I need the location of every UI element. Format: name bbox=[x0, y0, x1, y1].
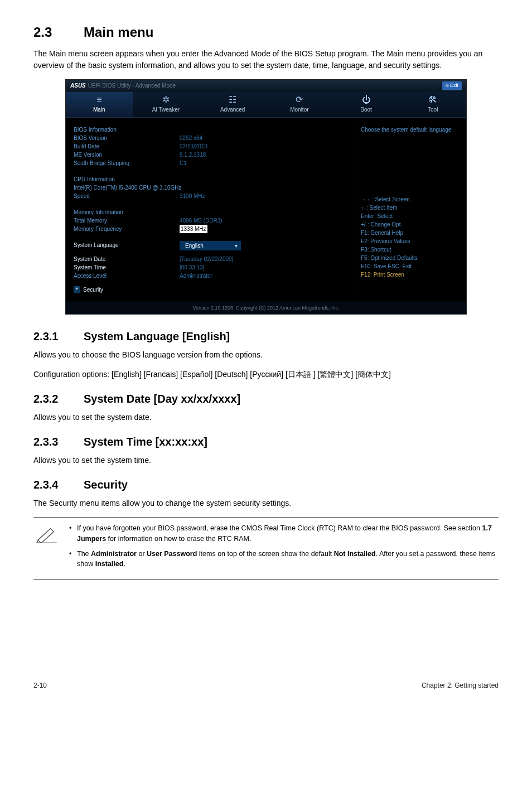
bios-title: UEFI BIOS Utility - Advanced Mode bbox=[88, 81, 176, 90]
sub-num: 2.3.4 bbox=[33, 476, 84, 493]
info-value: 02/13/2013 bbox=[180, 142, 207, 151]
paragraph: Configuration options: [English] [Franca… bbox=[33, 369, 499, 380]
note-item: The Administrator or User Password items… bbox=[69, 549, 499, 570]
section-title: Main menu bbox=[84, 25, 153, 40]
note-block: If you have forgotten your BIOS password… bbox=[33, 517, 499, 580]
memory-info-block: Memory Information Total Memory4096 MB (… bbox=[74, 208, 347, 233]
hotkey: Enter: Select bbox=[361, 212, 461, 220]
info-row: Speed3100 MHz bbox=[74, 192, 347, 200]
cpu-info-block: CPU Information Intel(R) Core(TM) i5-240… bbox=[74, 175, 347, 200]
bios-left-panel: BIOS Information BIOS Version0252 x64 Bu… bbox=[66, 118, 355, 302]
sub-title: System Language [English] bbox=[84, 330, 230, 342]
bios-window: ASUS UEFI BIOS Utility - Advanced Mode ⎋… bbox=[65, 79, 467, 315]
advanced-icon: ☷ bbox=[229, 95, 236, 104]
paragraph: Allows you to set the system time. bbox=[33, 455, 499, 466]
boot-icon: ⏻ bbox=[362, 95, 371, 104]
info-label: BIOS Version bbox=[74, 134, 180, 142]
cpu-model: Intel(R) Core(TM) i5-2400 CPU @ 3.10GHz bbox=[74, 183, 347, 192]
subheading-232: 2.3.2System Date [Day xx/xx/xxxx] bbox=[33, 390, 499, 407]
info-row: BIOS Version0252 x64 bbox=[74, 134, 347, 142]
hotkey-list: →←: Select Screen ↑↓: Select Item Enter:… bbox=[361, 195, 461, 279]
note-bold: Not Installed bbox=[334, 550, 376, 558]
note-text: for information on how to erase the RTC … bbox=[106, 535, 251, 543]
hotkey: +/-: Change Opt. bbox=[361, 220, 461, 229]
note-text: . bbox=[123, 560, 125, 568]
note-bold: User Password bbox=[147, 550, 197, 558]
pencil-icon bbox=[33, 523, 59, 547]
monitor-icon: ⟳ bbox=[296, 95, 303, 104]
hotkey: F2: Previous Values bbox=[361, 237, 461, 245]
tab-tool[interactable]: 🛠 Tool bbox=[399, 92, 466, 117]
hotkey: ↑↓: Select Item bbox=[361, 204, 461, 212]
tab-boot[interactable]: ⏻ Boot bbox=[333, 92, 400, 117]
sub-num: 2.3.3 bbox=[33, 433, 84, 450]
note-bold: Installed bbox=[95, 560, 124, 568]
option-description: Choose the system default language bbox=[361, 125, 461, 134]
info-row: South Bridge SteppingC1 bbox=[74, 159, 347, 167]
access-level-row: Access LevelAdministrator bbox=[74, 272, 347, 280]
tab-monitor[interactable]: ⟳ Monitor bbox=[266, 92, 333, 117]
tab-label: Monitor bbox=[290, 105, 308, 114]
hotkey: F3: Shortcut bbox=[361, 245, 461, 254]
bios-titlebar: ASUS UEFI BIOS Utility - Advanced Mode ⎋… bbox=[66, 80, 466, 92]
tab-ai-tweaker[interactable]: ✲ Ai Tweaker bbox=[133, 92, 200, 117]
block-header: CPU Information bbox=[74, 175, 347, 183]
syslang-label: System Language bbox=[74, 241, 180, 250]
hotkey: →←: Select Screen bbox=[361, 195, 461, 204]
bios-right-panel: Choose the system default language →←: S… bbox=[355, 118, 466, 302]
sysdate-value: [Tuesday 02/22/2009] bbox=[180, 255, 233, 263]
sub-title: System Time [xx:xx:xx] bbox=[84, 436, 207, 448]
plus-icon: + bbox=[74, 286, 80, 293]
paragraph: Allows you to set the system date. bbox=[33, 412, 499, 423]
page-footer: 2-10 Chapter 2: Getting started bbox=[33, 680, 499, 690]
hotkey: F10: Save ESC: Exit bbox=[361, 262, 461, 270]
info-value: 1333 MHz bbox=[180, 225, 207, 233]
system-time-row[interactable]: System Time[00:33:13] bbox=[74, 263, 347, 272]
info-value: 0252 x64 bbox=[180, 134, 202, 142]
info-value: 3100 MHz bbox=[180, 192, 205, 200]
tab-label: Main bbox=[93, 105, 105, 114]
note-text: or bbox=[137, 550, 147, 558]
tab-label: Tool bbox=[428, 105, 438, 114]
exit-button[interactable]: ⎋ Exit bbox=[442, 81, 462, 90]
info-row: Total Memory4096 MB (DDR3) bbox=[74, 216, 347, 225]
tab-main[interactable]: ≡ Main bbox=[66, 92, 133, 117]
info-label: ME Version bbox=[74, 151, 180, 159]
note-item: If you have forgotten your BIOS password… bbox=[69, 523, 499, 544]
info-label: Memory Frequency bbox=[74, 225, 180, 233]
system-date-row[interactable]: System Date[Tuesday 02/22/2009] bbox=[74, 255, 347, 263]
info-row: ME Version8.1.2.1318 bbox=[74, 151, 347, 159]
syslang-dropdown[interactable]: English bbox=[180, 241, 241, 250]
bios-footer: Version 2.10.1208. Copyright (C) 2012 Am… bbox=[66, 302, 466, 315]
security-expander[interactable]: + Security bbox=[74, 286, 347, 294]
bios-body: BIOS Information BIOS Version0252 x64 Bu… bbox=[66, 118, 466, 302]
intro-paragraph: The Main menu screen appears when you en… bbox=[33, 48, 499, 71]
paragraph: The Security menu items allow you to cha… bbox=[33, 497, 499, 509]
subheading-234: 2.3.4Security bbox=[33, 476, 499, 493]
sub-num: 2.3.1 bbox=[33, 328, 84, 345]
access-label: Access Level bbox=[74, 272, 180, 280]
section-number: 2.3 bbox=[33, 22, 84, 42]
page-number: 2-10 bbox=[33, 680, 47, 690]
note-text: The bbox=[77, 550, 91, 558]
security-label: Security bbox=[83, 286, 103, 294]
info-row: Build Date02/13/2013 bbox=[74, 142, 347, 151]
paragraph: Allows you to choose the BIOS language v… bbox=[33, 349, 499, 361]
block-header: BIOS Information bbox=[74, 125, 347, 134]
systime-label: System Time bbox=[74, 263, 180, 272]
exit-label: Exit bbox=[450, 82, 458, 90]
tab-advanced[interactable]: ☷ Advanced bbox=[199, 92, 266, 117]
tab-label: Advanced bbox=[220, 105, 245, 114]
ai-tweaker-icon: ✲ bbox=[162, 95, 170, 104]
note-bold: Administrator bbox=[91, 550, 137, 558]
bios-brand: ASUS bbox=[70, 81, 86, 90]
info-label: Total Memory bbox=[74, 216, 180, 225]
subheading-233: 2.3.3System Time [xx:xx:xx] bbox=[33, 433, 499, 450]
note-list: If you have forgotten your BIOS password… bbox=[69, 523, 499, 574]
system-language-row[interactable]: System Language English bbox=[74, 241, 347, 250]
main-icon: ≡ bbox=[96, 95, 101, 104]
sub-num: 2.3.2 bbox=[33, 390, 84, 407]
info-value: 4096 MB (DDR3) bbox=[180, 216, 223, 225]
bios-tab-bar: ≡ Main ✲ Ai Tweaker ☷ Advanced ⟳ Monitor… bbox=[66, 92, 466, 118]
hotkey: F12: Print Screen bbox=[361, 270, 461, 279]
